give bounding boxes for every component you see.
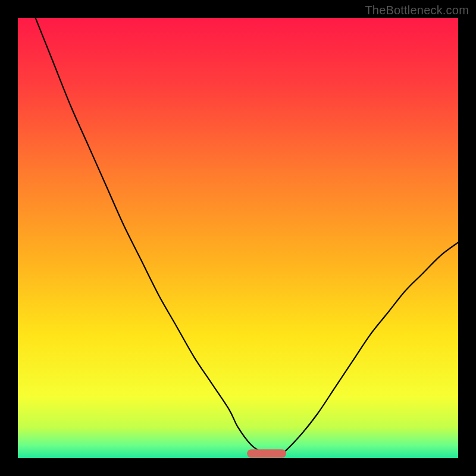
plot-area	[18, 18, 458, 458]
chart-frame: TheBottleneck.com	[0, 0, 476, 476]
gradient-background	[18, 18, 458, 458]
bottleneck-chart	[18, 18, 458, 458]
watermark-text: TheBottleneck.com	[365, 4, 469, 17]
